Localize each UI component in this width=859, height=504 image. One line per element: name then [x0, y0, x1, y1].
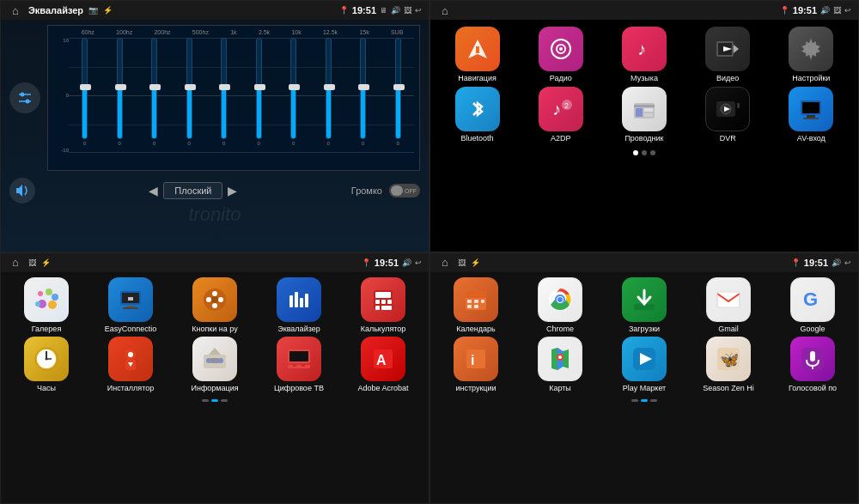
svg-rect-50 — [300, 298, 303, 307]
gps-icon-q4: 📍 — [791, 258, 801, 267]
svg-rect-19 — [634, 105, 655, 107]
svg-point-44 — [218, 297, 223, 302]
voice-label: Голосовой по — [789, 384, 837, 393]
dvr-label: DVR — [720, 134, 736, 143]
aventer-icon — [789, 87, 833, 131]
app-bluetooth[interactable]: Bluetooth — [447, 87, 509, 143]
svg-rect-28 — [802, 102, 819, 113]
installer-icon — [108, 337, 153, 381]
eq-slider-5[interactable]: 0 — [243, 38, 276, 149]
eq-graph[interactable]: 60hz100hz200hz500hz1k2.5k10k12.5k15kSUB … — [47, 25, 420, 171]
app-info[interactable]: Информация — [184, 337, 246, 393]
app-chrome[interactable]: Chrome — [529, 277, 591, 334]
home-icon-q3[interactable]: ⌂ — [8, 255, 23, 270]
eq-toggle-knob — [391, 185, 403, 196]
eq-slider-0[interactable]: 0 — [69, 38, 101, 149]
svg-point-66 — [128, 352, 133, 357]
svg-point-36 — [35, 301, 40, 307]
radio-label: Радио — [550, 74, 572, 83]
app-google[interactable]: G Google — [782, 277, 844, 334]
eq-preset-label[interactable]: Плоский — [163, 182, 222, 199]
app-adobe[interactable]: A Adobe Acrobat — [352, 337, 414, 393]
music-label: Музыка — [631, 74, 658, 83]
app-gallery[interactable]: Галерея — [15, 277, 77, 334]
eq-vol-toggle[interactable]: OFF — [389, 184, 420, 197]
app-clock[interactable]: Часы — [15, 337, 77, 393]
home-icon-q2[interactable]: ⌂ — [437, 3, 453, 18]
app-gmail[interactable]: Gmail — [698, 277, 759, 334]
app-dvr[interactable]: DVR — [697, 87, 758, 143]
eq-vol-label: Громко — [351, 185, 382, 196]
eq-toggle-off: OFF — [405, 188, 417, 194]
vol-icon-q1: 🔊 — [391, 6, 400, 15]
app-eq[interactable]: Эквалайзер — [268, 277, 330, 334]
app-play-market[interactable]: Play Маркет — [613, 337, 675, 393]
app-buttons[interactable]: Кнопки на ру — [184, 277, 246, 334]
gmail-label: Gmail — [718, 325, 739, 334]
svg-rect-75 — [293, 365, 296, 367]
equalizer-panel: ⌂ Эквалайзер 📷 ⚡ 📍 19:51 🖥 🔊 🖼 ↩ 60hz100… — [0, 0, 430, 252]
google-icon: G — [790, 277, 835, 322]
svg-marker-68 — [209, 348, 221, 355]
img-icon-q2: 🖼 — [833, 6, 841, 15]
app-downloads[interactable]: Загрузки — [613, 277, 675, 334]
back-icon-q2: ↩ — [844, 6, 851, 15]
eq-vol-icon[interactable] — [9, 178, 35, 203]
vol-icon-q2: 🔊 — [820, 6, 830, 15]
app-easyconnect[interactable]: EasyConnectio — [100, 277, 161, 334]
img-icon-q1: 🖼 — [404, 6, 411, 15]
svg-point-63 — [46, 358, 48, 361]
eq-slider-7[interactable]: 0 — [313, 38, 345, 149]
svg-rect-54 — [375, 300, 380, 304]
status-right-q1: 📍 19:51 🖥 🔊 🖼 ↩ — [339, 5, 422, 15]
svg-rect-29 — [807, 115, 815, 118]
svg-point-90 — [557, 297, 563, 302]
info-icon — [192, 337, 237, 381]
svg-point-33 — [52, 294, 58, 301]
play-label: Play Маркет — [623, 384, 666, 393]
bluetooth-label: Bluetooth — [461, 134, 494, 143]
eq-tune-button[interactable] — [9, 82, 40, 113]
svg-rect-76 — [302, 365, 305, 367]
eq-slider-3[interactable]: 0 — [174, 38, 206, 149]
home-icon-q1[interactable]: ⌂ — [8, 3, 23, 18]
svg-text:♪: ♪ — [637, 39, 646, 58]
app-music[interactable]: ♪ Музыка — [613, 27, 675, 83]
eq-freq-labels: 60hz100hz200hz500hz1k2.5k10k12.5k15kSUB — [53, 29, 414, 35]
status-icon-camera: 📷 — [88, 6, 98, 15]
maps-icon — [538, 337, 582, 381]
app-tv[interactable]: Цифровое ТВ — [268, 337, 330, 393]
app-launcher-bottom-left: ⌂ 🖼 ⚡ 📍 19:51 🔊 ↩ Галерея — [0, 252, 430, 505]
google-label: Google — [800, 325, 825, 334]
eq-prev-button[interactable]: ◀ — [149, 184, 158, 197]
app-navigation[interactable]: Навигация — [447, 27, 509, 83]
eq-slider-8[interactable]: 0 — [347, 38, 380, 149]
app-calendar[interactable]: Календарь — [445, 277, 507, 334]
app-season[interactable]: 🦋 Season Zen Hi — [698, 337, 759, 393]
app-radio[interactable]: Радио — [530, 27, 592, 83]
app-calc[interactable]: Калькулятор — [352, 277, 414, 334]
app-aventer[interactable]: AV-вход — [780, 87, 842, 143]
apps-grid-bottom-left: Галерея EasyConnectio Кнопки на ру — [1, 272, 429, 504]
app-maps[interactable]: Карты — [529, 337, 591, 393]
eq-content: 60hz100hz200hz500hz1k2.5k10k12.5k15kSUB … — [1, 20, 429, 252]
app-settings[interactable]: Настройки — [780, 27, 842, 83]
home-icon-q4[interactable]: ⌂ — [437, 255, 453, 270]
vol-icon-q3: 🔊 — [402, 258, 411, 267]
svg-rect-41 — [128, 297, 133, 301]
img-icon-q3: 🖼 — [28, 258, 36, 267]
app-explorer[interactable]: Проводник — [613, 87, 675, 143]
app-instructions[interactable]: i инструкции — [445, 337, 507, 393]
app-installer[interactable]: Инсталлятор — [100, 337, 161, 393]
app-a2dp[interactable]: ♪2 A2DP — [530, 87, 592, 143]
eq-slider-6[interactable]: 0 — [277, 38, 310, 149]
eq-slider-4[interactable]: 0 — [208, 38, 241, 149]
eq-slider-2[interactable]: 0 — [138, 38, 171, 149]
app-video[interactable]: Видео — [697, 27, 758, 83]
app-voice[interactable]: Голосовой по — [782, 337, 844, 393]
eq-next-button[interactable]: ▶ — [228, 184, 237, 197]
eq-slider-1[interactable]: 0 — [104, 38, 137, 149]
time-q3: 19:51 — [375, 258, 399, 268]
eq-slider-9[interactable]: 0 — [382, 38, 415, 149]
clock-label: Часы — [37, 384, 56, 393]
